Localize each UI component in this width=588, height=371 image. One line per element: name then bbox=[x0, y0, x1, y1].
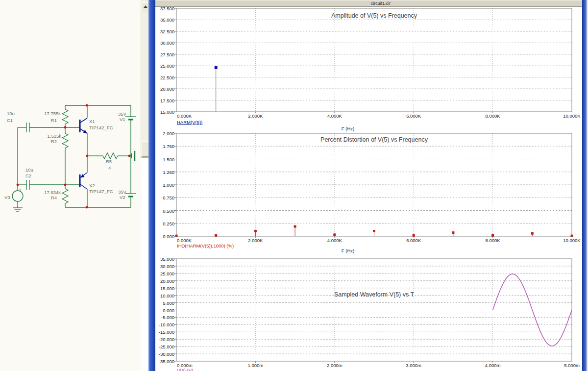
x-tick-label: 8.000K bbox=[476, 238, 510, 243]
chart-title: Amplitude of V(5) vs Frequency bbox=[276, 12, 472, 19]
r1-name-label[interactable]: R1 bbox=[51, 118, 57, 123]
y-tick-label: 35.000 bbox=[154, 18, 174, 23]
x1-name-label[interactable]: X1 bbox=[89, 119, 95, 124]
v3-minus-sign: - bbox=[15, 198, 17, 202]
x-tick-label: 1.000m bbox=[238, 363, 272, 368]
chart-expression-label[interactable]: HARM(V(5)) bbox=[177, 120, 202, 125]
y-tick-label: 0.500 bbox=[154, 209, 174, 214]
x-tick-label: 4.000K bbox=[318, 114, 352, 119]
x-tick-label: 0.000K bbox=[177, 238, 211, 243]
arrow-up-icon bbox=[144, 5, 147, 8]
y-tick-label: 30.000 bbox=[154, 264, 174, 269]
x-tick-label: 2.000K bbox=[238, 238, 272, 243]
c1-name-label[interactable]: C1 bbox=[7, 118, 13, 123]
v1-name-label[interactable]: V1 bbox=[120, 117, 125, 122]
y-tick-label: -10.000 bbox=[154, 322, 174, 327]
x-tick-label: 4.000m bbox=[476, 363, 510, 368]
chart-title: Sampled Waveform V(5) vs T bbox=[276, 291, 472, 298]
y-tick-label: 15.000 bbox=[154, 286, 174, 291]
app-window: 10u C1 17.755k R1 1.515k R2 X1 TIP142_FC… bbox=[0, 0, 588, 371]
y-tick-label: -15.000 bbox=[154, 330, 174, 335]
schematic-scrollbar[interactable] bbox=[141, 0, 149, 158]
v3-plus-sign: + bbox=[19, 188, 22, 192]
y-tick-label: 25.000 bbox=[154, 272, 174, 276]
c2-value-label[interactable]: 10u bbox=[25, 167, 33, 173]
r4-value-label[interactable]: 17.634k bbox=[44, 190, 61, 195]
y-tick-label: -5.000 bbox=[154, 315, 174, 320]
y-tick-label: 27.500 bbox=[154, 52, 174, 57]
chart-title: Percent Distortion of V(5) vs Frequency bbox=[276, 136, 472, 143]
transistor-x1[interactable] bbox=[80, 118, 87, 134]
y-tick-label: 37.500 bbox=[154, 6, 174, 11]
y-tick-label: 0.750 bbox=[154, 196, 174, 200]
x-axis-unit-label: F (Hz) bbox=[328, 248, 368, 253]
y-tick-label: 30.000 bbox=[154, 41, 174, 46]
x1-model-label[interactable]: TIP142_FC bbox=[89, 125, 113, 130]
y-tick-label: 0.250 bbox=[154, 222, 174, 226]
v2-value-label[interactable]: 35V bbox=[118, 189, 127, 195]
c2-name-label[interactable]: C2 bbox=[25, 173, 31, 178]
chart-plot-area bbox=[172, 255, 576, 365]
r2-name-label[interactable]: R2 bbox=[51, 139, 57, 144]
y-tick-label: 15.000 bbox=[154, 110, 174, 115]
y-tick-label: 10.000 bbox=[154, 294, 174, 298]
x-tick-label: 2.000K bbox=[238, 114, 272, 119]
r1-value-label[interactable]: 17.755k bbox=[44, 111, 61, 116]
chart-plot-area bbox=[172, 4, 576, 116]
y-tick-label: 1.000 bbox=[154, 183, 174, 188]
y-tick-label: 1.500 bbox=[154, 157, 174, 162]
y-tick-label: -30.000 bbox=[154, 352, 174, 357]
window-right-border bbox=[582, 0, 587, 371]
x-tick-label: 3.000m bbox=[396, 363, 431, 368]
y-tick-label: 17.500 bbox=[154, 99, 174, 103]
r2-value-label[interactable]: 1.515k bbox=[47, 133, 61, 139]
y-tick-label: 32.500 bbox=[154, 29, 174, 34]
y-tick-label: 20.000 bbox=[154, 279, 174, 284]
y-tick-label: -20.000 bbox=[154, 337, 174, 342]
r5-value-label[interactable]: 4 bbox=[108, 165, 111, 171]
x-tick-label: 6.000K bbox=[396, 114, 431, 119]
c1-value-label[interactable]: 10u bbox=[7, 111, 15, 116]
v2-name-label[interactable]: V2 bbox=[120, 195, 125, 200]
x-tick-label: 0.000K bbox=[177, 114, 211, 119]
y-tick-label: 1.750 bbox=[154, 144, 174, 149]
transistor-x2[interactable] bbox=[80, 173, 87, 189]
x-tick-label: 8.000K bbox=[476, 114, 510, 119]
y-tick-label: 20.000 bbox=[154, 87, 174, 92]
r5-name-label[interactable]: R5 bbox=[106, 159, 112, 164]
y-tick-label: 5.000 bbox=[154, 301, 174, 306]
x-tick-label: 10.000K bbox=[555, 114, 588, 119]
y-tick-label: -25.000 bbox=[154, 345, 174, 349]
chart-expression-label[interactable]: IHD(HARM(V(5)),1000) (%) bbox=[177, 243, 234, 248]
schematic-pane: 10u C1 17.755k R1 1.515k R2 X1 TIP142_FC… bbox=[0, 0, 141, 371]
x-tick-label: 6.000K bbox=[396, 238, 431, 243]
x2-model-label[interactable]: TIP147_FC bbox=[89, 189, 113, 194]
v1-value-label[interactable]: 35V bbox=[118, 111, 127, 117]
x-tick-label: 4.000K bbox=[318, 238, 352, 243]
circuit-schematic: 10u C1 17.755k R1 1.515k R2 X1 TIP142_FC… bbox=[0, 0, 141, 371]
node-dots bbox=[17, 104, 131, 209]
y-tick-label: 1.250 bbox=[154, 170, 174, 175]
r4-name-label[interactable]: R4 bbox=[51, 195, 57, 200]
v3-name-label[interactable]: V3 bbox=[4, 195, 10, 200]
y-tick-label: 22.500 bbox=[154, 75, 174, 80]
y-tick-label: 0.000 bbox=[154, 308, 174, 313]
x-tick-label: 10.000K bbox=[555, 238, 588, 243]
x-tick-label: 5.000m bbox=[555, 363, 588, 368]
x-tick-label: 2.000m bbox=[318, 363, 352, 368]
y-tick-label: 0.000 bbox=[154, 234, 174, 239]
y-tick-label: -35.000 bbox=[154, 359, 174, 364]
plot-pane: circuit1.cir 37.50035.00032.50030.00027.… bbox=[155, 0, 582, 371]
wires bbox=[12, 105, 136, 212]
chart-plot-area bbox=[172, 129, 576, 240]
y-tick-label: 35.000 bbox=[154, 257, 174, 262]
chart-expression-label[interactable]: V(5) (V) bbox=[177, 368, 193, 371]
x2-name-label[interactable]: X2 bbox=[89, 183, 95, 188]
y-tick-label: 25.000 bbox=[154, 64, 174, 69]
y-tick-label: 2.000 bbox=[154, 131, 174, 136]
